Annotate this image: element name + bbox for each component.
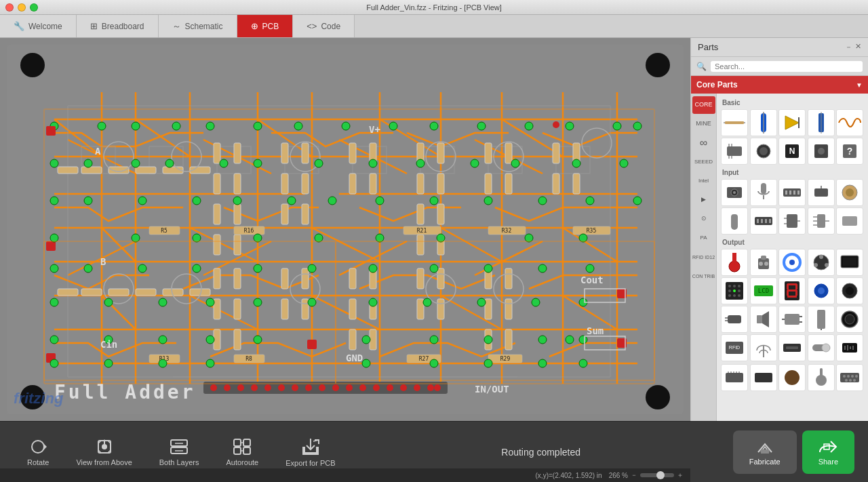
part-dotmatrix[interactable] (721, 277, 748, 304)
fabricate-button[interactable]: Fabricate (733, 430, 797, 474)
part-transistor[interactable] (778, 207, 806, 235)
rotate-icon (29, 438, 47, 456)
nav-item-seeed[interactable]: SEEED (692, 153, 715, 171)
nav-item-contrib[interactable]: CON TRIB (692, 267, 715, 285)
part-connector-3[interactable] (808, 306, 835, 333)
nav-item-fritzing[interactable]: ∞ (692, 134, 715, 152)
part-question[interactable]: ? (836, 138, 863, 165)
parts-minimize-button[interactable]: － (845, 42, 852, 52)
part-connector-4[interactable] (778, 334, 806, 361)
part-robot[interactable] (750, 249, 777, 276)
nav-item-conn[interactable]: ⊙ (692, 210, 715, 228)
maximize-button[interactable] (30, 3, 38, 12)
part-led-ring[interactable] (778, 249, 806, 276)
tab-schematic[interactable]: ～ Schematic (159, 15, 237, 37)
part-relay[interactable] (778, 306, 806, 333)
svg-point-358 (728, 294, 731, 297)
part-breakout2[interactable] (750, 364, 777, 391)
zoom-increase-icon[interactable]: ＋ (677, 470, 684, 480)
part-mosfet[interactable] (808, 207, 835, 235)
autoroute-button[interactable]: Autoroute (212, 433, 272, 472)
part-db9[interactable] (836, 364, 863, 391)
part-generic-ic[interactable] (721, 138, 748, 165)
part-sensor[interactable] (721, 179, 748, 206)
part-connector[interactable] (778, 179, 806, 206)
tab-breadboard-label: Breadboard (102, 22, 144, 31)
zoom-slider[interactable] (640, 473, 674, 477)
both-layers-button[interactable]: Both Layers (146, 433, 213, 472)
nav-item-rfid[interactable]: RFID ID12 (692, 248, 715, 266)
part-piezo[interactable] (836, 277, 863, 304)
part-breakout[interactable] (721, 364, 748, 391)
part-segment-display[interactable] (778, 277, 806, 304)
svg-rect-118 (505, 268, 512, 289)
part-resistor[interactable] (721, 109, 748, 136)
part-round[interactable] (778, 364, 806, 391)
svg-point-259 (553, 121, 559, 128)
parts-category-header[interactable]: Core Parts ▼ (691, 76, 868, 94)
part-speaker[interactable] (750, 306, 777, 333)
part-connector-2[interactable] (750, 207, 777, 235)
svg-point-270 (332, 384, 339, 391)
part-pot[interactable] (808, 179, 835, 206)
part-capacitor-ceramic[interactable] (808, 109, 835, 136)
svg-rect-369 (787, 290, 789, 296)
tab-breadboard[interactable]: ⊞ Breadboard (77, 15, 159, 37)
svg-rect-74 (302, 174, 309, 194)
parts-close-button[interactable]: ✕ (855, 42, 861, 52)
svg-point-240 (566, 336, 574, 344)
nav-item-mine[interactable]: MINE (692, 115, 715, 133)
svg-point-353 (733, 285, 736, 287)
minimize-button[interactable] (18, 3, 26, 12)
search-input[interactable] (711, 61, 863, 72)
part-chip-gray[interactable] (836, 207, 863, 235)
rotate-button[interactable]: Rotate (14, 433, 62, 472)
part-mystery-part[interactable]: N (778, 138, 806, 165)
nav-item-intel[interactable]: Intel (692, 172, 715, 190)
part-unknown[interactable] (836, 334, 863, 361)
part-inductor[interactable] (836, 109, 863, 136)
part-lcd-display[interactable]: LCD (750, 277, 777, 304)
part-pin[interactable] (808, 364, 835, 391)
zoom-decrease-icon[interactable]: － (631, 470, 637, 480)
svg-point-413 (851, 375, 854, 378)
share-button[interactable]: Share (802, 430, 854, 474)
nav-item-core[interactable]: CORE (692, 96, 715, 114)
part-microphone[interactable] (750, 179, 777, 206)
svg-rect-364 (787, 283, 797, 285)
view-from-above-button[interactable]: View from Above (62, 433, 145, 472)
part-compass[interactable] (836, 179, 863, 206)
part-buzzer[interactable] (836, 306, 863, 333)
part-led[interactable] (778, 109, 806, 136)
part-encoder[interactable] (808, 249, 835, 276)
part-antenna[interactable] (750, 334, 777, 361)
part-switch[interactable] (808, 334, 835, 361)
tab-code[interactable]: <> Code (293, 15, 355, 37)
export-pcb-button[interactable]: Export for PCB (272, 432, 349, 473)
part-servo[interactable] (808, 277, 835, 304)
nav-item-play[interactable]: ▶ (692, 191, 715, 209)
part-rfid[interactable]: RFID (721, 334, 748, 361)
svg-rect-95 (553, 174, 559, 194)
part-led-red[interactable] (721, 249, 748, 276)
autoroute-icon (233, 438, 252, 456)
svg-point-237 (484, 336, 492, 344)
window-controls[interactable] (5, 3, 38, 12)
parts-controls[interactable]: － ✕ (845, 42, 861, 52)
svg-rect-66 (234, 174, 241, 194)
part-capacitor-polarized[interactable] (750, 109, 777, 136)
pcb-canvas[interactable]: R5 R16 R21 R32 R35 R13 R8 R27 R29 (0, 38, 690, 421)
tab-pcb[interactable]: ⊕ PCB (237, 15, 294, 37)
svg-point-180 (369, 159, 377, 167)
tab-welcome[interactable]: 🔧 Welcome (0, 15, 77, 37)
part-motor[interactable] (721, 306, 748, 333)
svg-rect-86 (437, 204, 444, 224)
nav-item-pa[interactable]: PA (692, 229, 715, 247)
svg-rect-54 (136, 167, 156, 174)
part-display[interactable] (836, 249, 863, 276)
part-temp-sensor[interactable] (721, 207, 748, 235)
svg-rect-100 (234, 299, 241, 319)
part-component-dark[interactable] (808, 138, 835, 165)
part-pushbutton[interactable] (750, 138, 777, 165)
close-button[interactable] (5, 3, 14, 12)
